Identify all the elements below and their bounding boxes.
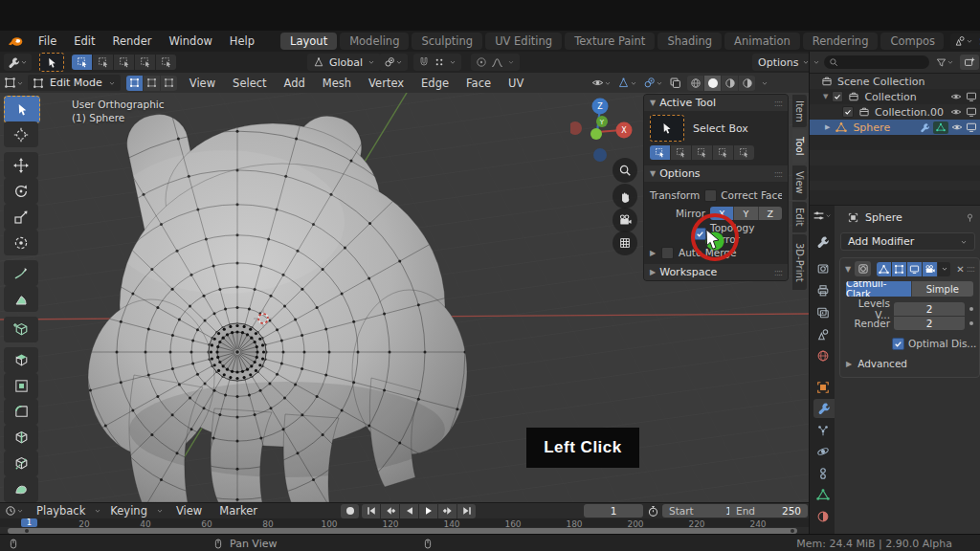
timeline-editor-type-dropdown[interactable] (5, 505, 24, 517)
tab-object-data[interactable] (813, 485, 833, 504)
tool-annotate[interactable] (4, 260, 38, 286)
breadcrumb-object-name[interactable]: Sphere (865, 211, 902, 224)
mode-extend-tile[interactable] (671, 145, 691, 160)
snap-target-icon[interactable] (434, 56, 445, 68)
scene-selector[interactable]: Scene ✕ (950, 33, 980, 49)
disable-viewport-icon[interactable] (966, 91, 977, 102)
use-preview-range-button[interactable] (647, 505, 659, 518)
sidebar-tab-tool[interactable]: Tool (792, 129, 807, 164)
tool-scale[interactable] (4, 204, 38, 230)
tool-poly-build[interactable] (4, 476, 38, 502)
shading-rendered-button[interactable] (739, 76, 755, 91)
catmull-clark-button[interactable]: Catmull-Clark (846, 281, 911, 297)
tab-view-layer[interactable] (813, 303, 833, 322)
hide-eye-icon[interactable] (950, 106, 962, 118)
pin-icon[interactable] (965, 212, 975, 223)
workspace-tab-shading[interactable]: Shading (657, 33, 722, 50)
select-box-tool-button[interactable] (39, 53, 64, 72)
mode-dropdown[interactable]: Edit Mode (28, 75, 121, 91)
collection-checkbox[interactable] (842, 106, 854, 118)
levels-field[interactable]: 2 (894, 302, 965, 316)
modifier-drag-handle[interactable]: :::: (967, 264, 974, 274)
correct-face-checkbox[interactable] (704, 189, 717, 202)
face-select-button[interactable] (161, 76, 177, 91)
workspace-tab-sculpting[interactable]: Sculpting (412, 33, 482, 50)
tool-rotate[interactable] (4, 178, 38, 204)
timeline-menu-keying[interactable]: Keying (101, 504, 156, 518)
optimal-display-checkbox[interactable] (892, 338, 904, 350)
edge-select-button[interactable] (144, 76, 160, 91)
timeline-ruler[interactable]: 2040 6080 100120 140160 180200 220240 1 (0, 518, 809, 527)
next-keyframe-button[interactable] (438, 504, 457, 518)
select-mode-invert[interactable] (135, 55, 155, 70)
outliner-row-collection[interactable]: ▼ Collection (810, 89, 980, 104)
tab-world[interactable] (813, 346, 833, 365)
jump-to-end-button[interactable] (457, 504, 476, 518)
modifier-on-cage-toggle[interactable] (877, 262, 891, 276)
workspace-tab-texture-paint[interactable]: Texture Paint (565, 33, 655, 50)
tab-constraints[interactable] (813, 464, 833, 483)
tab-object[interactable] (813, 378, 833, 397)
tool-cursor[interactable] (4, 121, 38, 147)
tool-inset-faces[interactable] (4, 373, 38, 399)
sidebar-tab-item[interactable]: Item (792, 95, 807, 127)
tool-select-box[interactable] (4, 96, 40, 123)
panel-drag-handle[interactable]: :::: (774, 169, 782, 179)
mode-intersect-tile[interactable] (734, 145, 754, 160)
workspace-tab-layout[interactable]: Layout (280, 33, 337, 50)
collection-checkbox[interactable] (832, 91, 843, 102)
expand-icon[interactable]: ▼ (845, 265, 851, 274)
hide-eye-icon[interactable] (950, 91, 962, 102)
menu-file[interactable]: File (30, 34, 65, 48)
proportional-edit-icon[interactable] (476, 56, 487, 68)
active-tool-panel-header[interactable]: ▼ Active Tool :::: (644, 95, 788, 111)
active-tool-dropdown[interactable] (4, 54, 32, 71)
outliner-search-input[interactable] (824, 55, 929, 69)
jump-to-start-button[interactable] (362, 504, 380, 518)
auto-merge-checkbox[interactable] (661, 247, 674, 259)
shading-material-button[interactable] (722, 76, 738, 91)
disable-viewport-icon[interactable] (966, 121, 977, 133)
chevron-down-icon[interactable] (507, 58, 515, 66)
mirror-y-toggle[interactable]: Y (733, 207, 757, 220)
workspace-tab-rendering[interactable]: Rendering (803, 33, 879, 50)
mode-subtract-tile[interactable] (692, 145, 712, 160)
falloff-curve-icon[interactable] (491, 56, 503, 69)
viewport-3d[interactable]: User Orthographic (1) Sphere Z (0, 93, 809, 502)
panel-drag-handle[interactable]: :::: (774, 99, 782, 108)
outliner-row-scene-collection[interactable]: Scene Collection (810, 74, 980, 89)
end-frame-field[interactable]: End250 (729, 504, 808, 518)
filter-funnel-icon[interactable] (936, 57, 947, 68)
new-collection-button[interactable] (960, 55, 979, 70)
workspace-tab-compositing[interactable]: Compos (880, 33, 944, 50)
sidebar-tab-view[interactable]: View (792, 165, 807, 200)
tab-modifiers[interactable] (813, 399, 835, 418)
mirror-z-toggle[interactable]: Z (758, 207, 782, 220)
viewport-pan-button[interactable] (612, 184, 637, 209)
prev-keyframe-button[interactable] (381, 504, 399, 518)
select-mode-set[interactable] (72, 55, 92, 70)
outliner-row-collection-00[interactable]: Collection.00 (810, 104, 980, 120)
workspace-tab-uv-editing[interactable]: UV Editing (485, 33, 562, 50)
timeline-menu-view[interactable]: View (167, 504, 211, 518)
chevron-down-icon[interactable] (449, 58, 457, 66)
start-frame-field[interactable]: Start1 (662, 504, 739, 518)
tab-scene[interactable] (813, 325, 833, 344)
magnet-snap-icon[interactable] (418, 56, 430, 68)
shading-wireframe-button[interactable] (687, 76, 703, 91)
viewport-menu-add[interactable]: Add (276, 77, 314, 90)
tool-bevel[interactable] (4, 399, 38, 425)
workspace-tab-modeling[interactable]: Modeling (340, 33, 409, 50)
tool-measure[interactable] (4, 286, 38, 312)
viewport-menu-mesh[interactable]: Mesh (314, 77, 360, 90)
chevron-down-icon[interactable] (761, 79, 768, 87)
tab-tool[interactable] (813, 232, 833, 252)
options-dropdown[interactable]: Options (752, 54, 815, 71)
tab-material[interactable] (813, 507, 833, 526)
menu-help[interactable]: Help (221, 34, 263, 48)
modifier-realtime-toggle[interactable] (907, 262, 922, 276)
add-modifier-dropdown[interactable]: Add Modifier (840, 232, 975, 251)
viewport-menu-select[interactable]: Select (224, 77, 275, 90)
tab-physics[interactable] (813, 442, 833, 461)
modifier-extras-dropdown[interactable] (938, 262, 950, 276)
